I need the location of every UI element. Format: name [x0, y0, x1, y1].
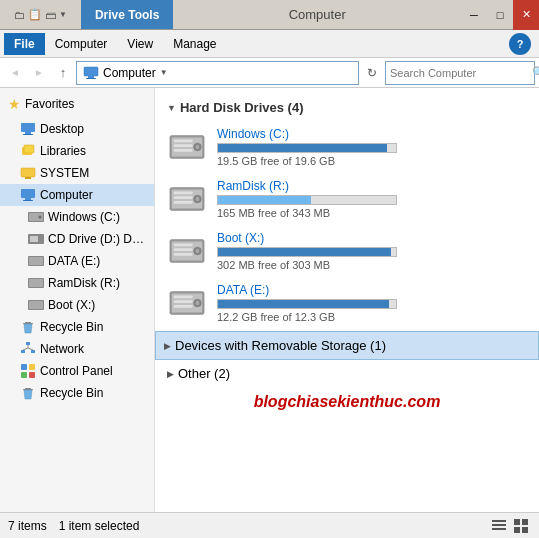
refresh-button[interactable]: ↻ [361, 62, 383, 84]
removable-storage-section[interactable]: ▶ Devices with Removable Storage (1) [155, 331, 539, 360]
progress-bar-fill-1 [218, 196, 311, 204]
address-bar: ◄ ► ↑ Computer ▼ ↻ 🔍 [0, 58, 539, 88]
ribbon-tabs: 🗀 📋 🗃 ▼ Drive Tools Computer [0, 0, 461, 29]
manage-menu[interactable]: Manage [163, 33, 226, 55]
control-panel-icon [20, 363, 36, 379]
details-view-button[interactable] [489, 516, 509, 536]
address-input[interactable]: Computer ▼ [76, 61, 359, 85]
sidebar-item-data-e[interactable]: DATA (E:) [0, 250, 154, 272]
sidebar-item-network[interactable]: Network [0, 338, 154, 360]
desktop-label: Desktop [40, 122, 84, 136]
svg-rect-0 [84, 67, 98, 76]
path-dropdown-arrow[interactable]: ▼ [160, 68, 168, 77]
sidebar-item-libraries[interactable]: Libraries [0, 140, 154, 162]
sidebar-item-cd-drive[interactable]: CD Drive (D:) Dual [0, 228, 154, 250]
sidebar-item-boot[interactable]: Boot (X:) [0, 294, 154, 316]
desktop-icon [20, 121, 36, 137]
system-icon [20, 165, 36, 181]
sidebar-item-ramdisk[interactable]: RamDisk (R:) [0, 272, 154, 294]
view-menu[interactable]: View [117, 33, 163, 55]
recycle-bin-label: Recycle Bin [40, 320, 103, 334]
drive-name-0[interactable]: Windows (C:) [217, 127, 527, 141]
minimize-button[interactable]: ─ [461, 0, 487, 30]
back-button[interactable]: ◄ [4, 62, 26, 84]
sidebar-item-system[interactable]: SYSTEM [0, 162, 154, 184]
svg-point-51 [196, 197, 200, 201]
hdd-e-icon [28, 253, 44, 269]
address-path: Computer ▼ [83, 65, 168, 81]
svg-point-15 [39, 216, 42, 219]
svg-rect-55 [174, 248, 193, 251]
sidebar-item-desktop[interactable]: Desktop [0, 118, 154, 140]
other-triangle[interactable]: ▶ [167, 369, 174, 379]
svg-rect-24 [25, 322, 31, 323]
svg-rect-4 [25, 132, 31, 134]
svg-rect-56 [174, 253, 193, 256]
other-section[interactable]: ▶ Other (2) [155, 362, 539, 385]
close-button[interactable]: ✕ [513, 0, 539, 30]
status-bar: 7 items 1 item selected [0, 512, 539, 538]
svg-rect-28 [31, 350, 35, 353]
star-icon: ★ [8, 96, 21, 112]
drive-name-3[interactable]: DATA (E:) [217, 283, 527, 297]
title-controls: ─ □ ✕ [461, 0, 539, 29]
drive-name-1[interactable]: RamDisk (R:) [217, 179, 527, 193]
svg-rect-27 [21, 350, 25, 353]
removable-triangle[interactable]: ▶ [164, 341, 171, 351]
svg-rect-41 [174, 144, 193, 147]
favorites-label: Favorites [25, 97, 74, 111]
recycle-bin-2-label: Recycle Bin [40, 386, 103, 400]
drive-info-0: Windows (C:) 19.5 GB free of 19.6 GB [217, 127, 527, 167]
quick-access-icons: 🗀 📋 🗃 ▼ [0, 0, 81, 29]
svg-rect-9 [25, 177, 31, 179]
computer-icon [20, 187, 36, 203]
hdd-c-icon [28, 209, 44, 225]
hdd-section-triangle[interactable]: ▼ [167, 103, 176, 113]
drive-tools-tab[interactable]: Drive Tools [81, 0, 173, 29]
help-button[interactable]: ? [509, 33, 531, 55]
drive-icon-1 [167, 181, 207, 217]
drive-icon-2 [167, 233, 207, 269]
svg-rect-1 [88, 76, 94, 78]
drive-name-2[interactable]: Boot (X:) [217, 231, 527, 245]
svg-point-58 [196, 249, 200, 253]
drives-container: Windows (C:) 19.5 GB free of 19.6 GB Ram… [155, 121, 539, 329]
other-label: Other (2) [178, 366, 230, 381]
sidebar-item-windows-c[interactable]: Windows (C:) [0, 206, 154, 228]
svg-rect-12 [23, 200, 33, 201]
address-path-label: Computer [103, 66, 156, 80]
restore-button[interactable]: □ [487, 0, 513, 30]
computer-menu[interactable]: Computer [45, 33, 118, 55]
search-box: 🔍 [385, 61, 535, 85]
menu-ribbon: File Computer View Manage ? [0, 30, 539, 58]
progress-bar-fill-3 [218, 300, 389, 308]
svg-rect-61 [174, 295, 193, 298]
recycle-bin-icon [20, 319, 36, 335]
dropdown-arrow[interactable]: ▼ [59, 10, 67, 19]
selected-count: 1 item selected [59, 519, 140, 533]
boot-label: Boot (X:) [48, 298, 95, 312]
svg-rect-23 [29, 301, 43, 309]
sidebar-item-recycle-bin[interactable]: Recycle Bin [0, 316, 154, 338]
progress-bar-bg-3 [217, 299, 397, 309]
svg-line-30 [23, 348, 28, 350]
forward-button[interactable]: ► [28, 62, 50, 84]
network-label: Network [40, 342, 84, 356]
sidebar: ★ Favorites Desktop Libraries SYSTEM [0, 88, 155, 512]
sidebar-item-control-panel[interactable]: Control Panel [0, 360, 154, 382]
sidebar-item-computer[interactable]: Computer [0, 184, 154, 206]
search-input[interactable] [390, 67, 528, 79]
system-label: SYSTEM [40, 166, 89, 180]
drive-icon-3 [167, 285, 207, 321]
svg-rect-71 [514, 527, 520, 533]
svg-rect-49 [174, 201, 193, 204]
hdd-svg-0 [168, 131, 206, 163]
sidebar-item-recycle-bin-2[interactable]: Recycle Bin [0, 382, 154, 404]
drive-size-3: 12.2 GB free of 12.3 GB [217, 311, 527, 323]
boot-icon [28, 297, 44, 313]
up-button[interactable]: ↑ [52, 62, 74, 84]
computer-label: Computer [40, 188, 93, 202]
file-menu[interactable]: File [4, 33, 45, 55]
svg-rect-32 [21, 364, 27, 370]
tiles-view-button[interactable] [511, 516, 531, 536]
